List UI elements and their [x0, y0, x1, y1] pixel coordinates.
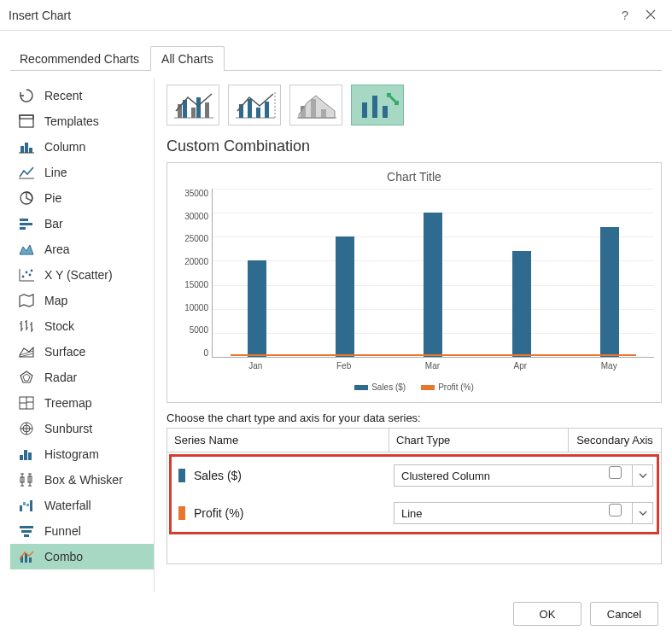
svg-rect-0: [20, 115, 33, 127]
sidebar-item-pie[interactable]: Pie: [10, 185, 154, 211]
series-row-profit: Profit (%) Line: [172, 494, 657, 532]
x-axis: JanFebMarAprMay: [174, 358, 654, 371]
sidebar-item-label: Sunburst: [44, 422, 92, 435]
box-whisker-icon: [17, 471, 36, 488]
svg-point-11: [29, 274, 32, 277]
svg-rect-36: [196, 97, 201, 118]
chart-type-sidebar: Recent Templates Column Line Pie Bar Are…: [10, 78, 154, 592]
cancel-button[interactable]: Cancel: [590, 602, 658, 626]
histogram-icon: [17, 446, 36, 463]
chart-preview[interactable]: Chart Title 35000 30000 25000 20000 1500…: [167, 162, 662, 403]
profit-line: [231, 354, 637, 356]
help-button[interactable]: ?: [612, 8, 638, 22]
y-axis: 35000 30000 25000 20000 15000 10000 5000…: [174, 189, 212, 358]
sidebar-item-label: Surface: [44, 345, 85, 359]
series-prompt: Choose the chart type and axis for your …: [167, 411, 662, 424]
sidebar-item-label: Box & Whisker: [44, 473, 123, 487]
svg-rect-39: [248, 99, 252, 118]
ok-button[interactable]: OK: [513, 602, 581, 626]
tab-all-charts[interactable]: All Charts: [150, 46, 225, 71]
plot-area: [212, 189, 654, 358]
combo-subtype-3[interactable]: [289, 85, 342, 125]
sidebar-item-line[interactable]: Line: [10, 160, 154, 185]
sidebar-item-templates[interactable]: Templates: [10, 108, 154, 134]
sidebar-item-label: Recent: [44, 89, 82, 102]
footer: OK Cancel: [0, 592, 672, 636]
sidebar-item-label: Waterfall: [44, 499, 91, 512]
sidebar-item-column[interactable]: Column: [10, 134, 154, 160]
sidebar-item-label: Column: [44, 140, 85, 154]
bar: [584, 189, 635, 357]
surface-icon: [17, 343, 36, 360]
map-icon: [17, 292, 36, 309]
bar: [319, 189, 371, 357]
sidebar-item-label: Funnel: [44, 524, 81, 538]
radar-icon: [17, 369, 36, 386]
chart-title: Chart Title: [174, 170, 654, 184]
svg-rect-18: [20, 455, 23, 460]
svg-rect-2: [20, 146, 24, 153]
svg-rect-41: [265, 102, 269, 118]
sidebar-item-stock[interactable]: Stock: [10, 313, 154, 339]
svg-rect-1: [20, 115, 33, 119]
sunburst-icon: [17, 420, 36, 437]
close-button[interactable]: [638, 8, 663, 22]
svg-rect-25: [26, 504, 29, 506]
line-icon: [17, 164, 36, 181]
sidebar-item-waterfall[interactable]: Waterfall: [10, 493, 154, 518]
svg-point-9: [22, 276, 25, 278]
sidebar-item-scatter[interactable]: X Y (Scatter): [10, 262, 154, 288]
stock-icon: [17, 318, 36, 335]
svg-rect-40: [256, 108, 260, 118]
series-swatch: [178, 469, 185, 482]
svg-rect-32: [29, 557, 32, 563]
svg-rect-28: [21, 530, 32, 533]
sidebar-item-label: Radar: [44, 371, 77, 384]
svg-rect-24: [23, 502, 26, 505]
combo-subtype-1[interactable]: [167, 85, 219, 125]
sidebar-item-area[interactable]: Area: [10, 236, 154, 262]
svg-rect-47: [383, 106, 388, 118]
series-name-label: Profit (%): [194, 506, 243, 520]
sidebar-item-combo[interactable]: Combo: [10, 544, 154, 569]
col-secondary-axis: Secondary Axis: [569, 429, 661, 452]
svg-rect-3: [25, 143, 28, 153]
svg-rect-45: [362, 102, 367, 118]
combo-subtype-2[interactable]: [228, 85, 281, 125]
sidebar-item-bar[interactable]: Bar: [10, 211, 154, 236]
main-panel: Custom Combination Chart Title 35000 300…: [154, 78, 662, 592]
svg-rect-37: [205, 102, 209, 118]
svg-rect-46: [372, 96, 377, 118]
series-header: Series Name Chart Type Secondary Axis: [167, 429, 661, 452]
sidebar-item-radar[interactable]: Radar: [10, 365, 154, 390]
secondary-axis-checkbox-sales[interactable]: [609, 466, 622, 479]
sidebar-item-surface[interactable]: Surface: [10, 339, 154, 365]
sidebar-item-treemap[interactable]: Treemap: [10, 390, 154, 416]
titlebar: Insert Chart ?: [0, 0, 672, 31]
sidebar-item-map[interactable]: Map: [10, 288, 154, 313]
sidebar-item-funnel[interactable]: Funnel: [10, 518, 154, 544]
sidebar-item-sunburst[interactable]: Sunburst: [10, 416, 154, 441]
waterfall-icon: [17, 497, 36, 514]
series-config-table: Series Name Chart Type Secondary Axis Sa…: [167, 428, 662, 564]
svg-marker-14: [23, 374, 30, 381]
svg-rect-7: [20, 223, 32, 225]
sidebar-item-label: Map: [44, 294, 67, 307]
combo-subtype-custom[interactable]: [351, 85, 404, 125]
sidebar-item-box-whisker[interactable]: Box & Whisker: [10, 467, 154, 493]
sidebar-item-recent[interactable]: Recent: [10, 83, 154, 108]
tab-recommended[interactable]: Recommended Charts: [9, 46, 150, 71]
svg-point-10: [26, 271, 28, 274]
svg-rect-29: [24, 534, 29, 537]
secondary-axis-checkbox-profit[interactable]: [609, 504, 622, 517]
sidebar-item-label: Area: [44, 242, 70, 256]
sidebar-item-label: Histogram: [44, 447, 99, 461]
column-icon: [17, 138, 36, 155]
col-chart-type: Chart Type: [389, 429, 569, 452]
series-swatch: [178, 506, 185, 520]
svg-rect-26: [30, 500, 32, 511]
section-title: Custom Combination: [167, 137, 662, 155]
sidebar-item-histogram[interactable]: Histogram: [10, 441, 154, 467]
svg-point-12: [31, 270, 33, 272]
sidebar-item-label: Stock: [44, 319, 74, 333]
